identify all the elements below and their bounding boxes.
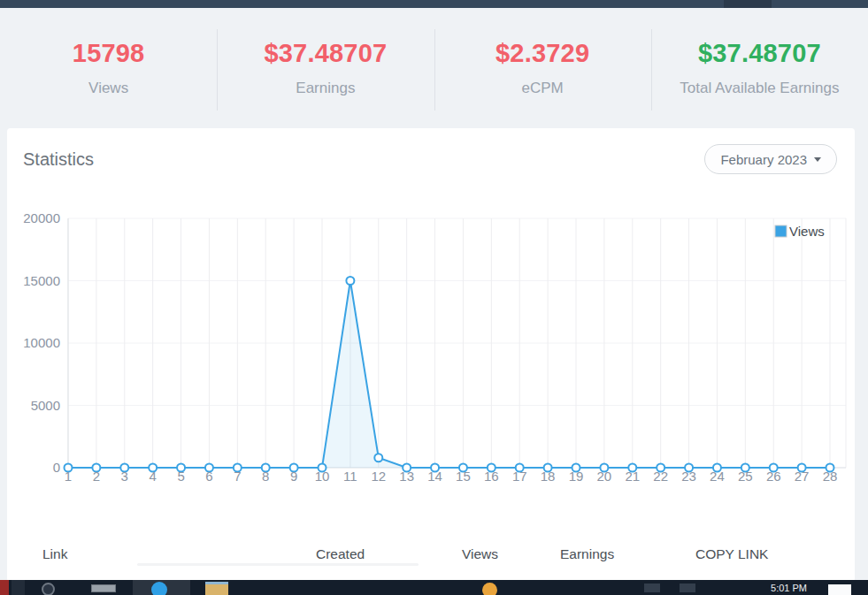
- svg-text:5: 5: [177, 469, 184, 484]
- svg-text:19: 19: [569, 469, 584, 484]
- windows-taskbar: 5:01 PM: [0, 580, 868, 595]
- red-app-icon[interactable]: [0, 580, 9, 595]
- taskbar-dark-patch: [12, 580, 25, 595]
- tray-icon[interactable]: [680, 584, 695, 592]
- stat-total-available-earnings: $37.48707 Total Available Earnings: [651, 8, 868, 128]
- svg-text:9: 9: [290, 469, 297, 484]
- views-chart-container: 0500010000150002000012345678910111213141…: [7, 210, 855, 492]
- svg-text:25: 25: [738, 469, 753, 484]
- svg-text:28: 28: [823, 469, 838, 484]
- svg-text:13: 13: [399, 469, 414, 484]
- stat-earnings-label: Earnings: [296, 80, 355, 97]
- orange-circle-app-icon[interactable]: [482, 583, 497, 595]
- blue-circle-app-icon[interactable]: [151, 582, 167, 595]
- column-header-earnings: Earnings: [560, 546, 695, 562]
- stat-views: 15798 Views: [0, 8, 217, 128]
- svg-text:24: 24: [710, 469, 725, 484]
- svg-text:20000: 20000: [23, 210, 60, 225]
- chevron-down-icon: [814, 157, 821, 162]
- svg-text:22: 22: [653, 469, 668, 484]
- stat-ecpm-value: $2.3729: [495, 39, 589, 68]
- table-row-placeholder: [137, 563, 419, 566]
- stat-earnings: $37.48707 Earnings: [217, 8, 434, 128]
- stats-summary-row: 15798 Views $37.48707 Earnings $2.3729 e…: [0, 8, 868, 128]
- views-line-chart: 0500010000150002000012345678910111213141…: [7, 210, 855, 492]
- svg-text:11: 11: [343, 469, 357, 484]
- svg-text:21: 21: [625, 469, 640, 484]
- stat-ecpm: $2.3729 eCPM: [434, 8, 651, 128]
- svg-text:5000: 5000: [31, 398, 60, 413]
- card-title: Statistics: [23, 149, 94, 170]
- svg-text:10000: 10000: [23, 335, 60, 350]
- svg-text:15: 15: [456, 469, 471, 484]
- stat-views-label: Views: [88, 80, 128, 97]
- svg-text:16: 16: [484, 469, 499, 484]
- svg-text:20: 20: [597, 469, 612, 484]
- stat-earnings-value: $37.48707: [264, 39, 387, 68]
- svg-text:Views: Views: [789, 224, 825, 239]
- column-header-copy-link: COPY LINK: [695, 546, 855, 562]
- svg-text:17: 17: [512, 469, 527, 484]
- svg-text:7: 7: [234, 469, 241, 484]
- svg-text:1: 1: [65, 469, 72, 484]
- svg-text:4: 4: [149, 469, 156, 484]
- svg-text:0: 0: [53, 460, 60, 475]
- topbar-scroll-notch: [724, 0, 772, 8]
- svg-text:3: 3: [121, 469, 128, 484]
- folder-icon[interactable]: [205, 582, 228, 595]
- active-app-slot[interactable]: [133, 580, 190, 595]
- svg-text:2: 2: [93, 469, 100, 484]
- svg-text:26: 26: [766, 469, 781, 484]
- svg-text:10: 10: [315, 469, 330, 484]
- svg-text:14: 14: [427, 469, 442, 484]
- svg-text:18: 18: [541, 469, 556, 484]
- top-navy-bar: [0, 0, 868, 8]
- column-header-created: Created: [316, 546, 462, 562]
- stat-total-available-earnings-value: $37.48707: [698, 39, 821, 68]
- stat-ecpm-label: eCPM: [522, 80, 564, 97]
- window-app-icon[interactable]: [91, 584, 116, 592]
- svg-text:23: 23: [681, 469, 696, 484]
- statistics-card: Statistics February 2023 050001000015000…: [7, 128, 855, 582]
- svg-text:6: 6: [205, 469, 212, 484]
- column-header-link: Link: [42, 546, 316, 562]
- svg-text:12: 12: [371, 469, 386, 484]
- svg-text:15000: 15000: [23, 273, 60, 288]
- notification-rect[interactable]: [828, 584, 851, 595]
- logo-circle-icon[interactable]: [42, 583, 55, 595]
- svg-text:27: 27: [795, 469, 810, 484]
- stat-total-available-earnings-label: Total Available Earnings: [680, 80, 839, 97]
- svg-text:8: 8: [262, 469, 269, 484]
- tray-icon[interactable]: [644, 584, 660, 592]
- period-selector-dropdown[interactable]: February 2023: [704, 144, 837, 174]
- period-selector-label: February 2023: [720, 152, 807, 167]
- links-table-header: Link Created Views Earnings COPY LINK: [7, 546, 855, 562]
- column-header-views: Views: [462, 546, 560, 562]
- taskbar-clock[interactable]: 5:01 PM: [771, 583, 807, 593]
- stat-views-value: 15798: [73, 39, 145, 68]
